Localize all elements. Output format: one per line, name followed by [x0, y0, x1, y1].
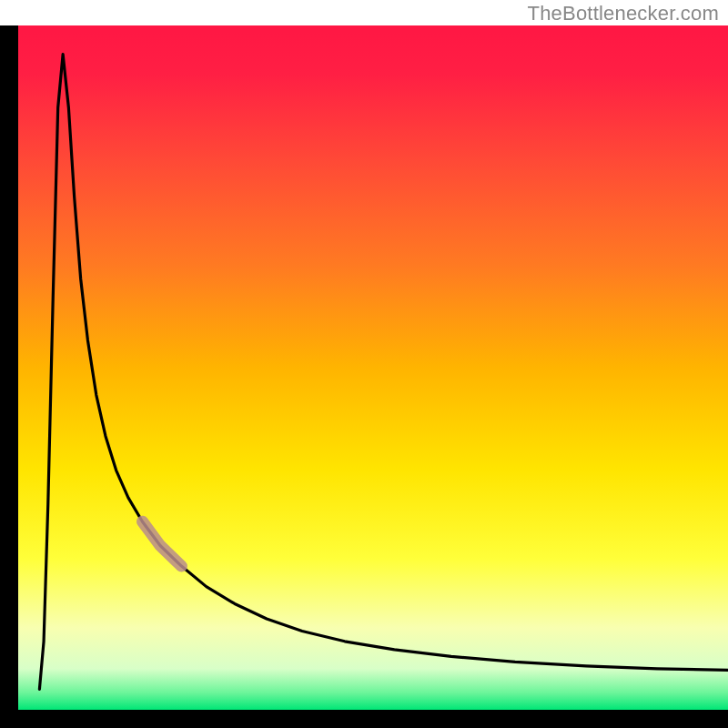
bottleneck-chart — [0, 0, 728, 728]
axis-bottom-border — [0, 710, 728, 728]
plot-background — [18, 25, 728, 710]
chart-stage: TheBottlenecker.com — [0, 0, 728, 728]
watermark-text: TheBottlenecker.com — [528, 2, 719, 25]
axis-left-border — [0, 25, 18, 728]
